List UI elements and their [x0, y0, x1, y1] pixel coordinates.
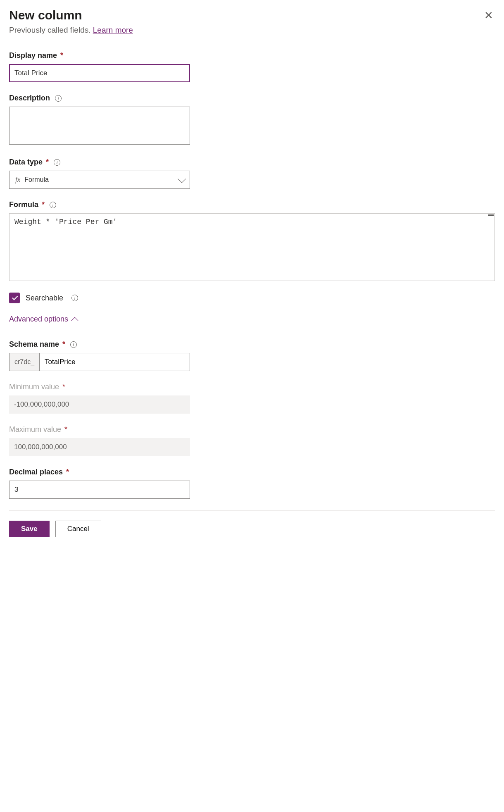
fx-icon: fx	[15, 176, 20, 184]
schema-name-input[interactable]	[40, 353, 190, 371]
close-button[interactable]: ✕	[483, 8, 495, 22]
subtitle-text: Previously called fields.	[9, 26, 93, 34]
minimum-value-label: Minimum value*	[9, 383, 495, 391]
info-icon[interactable]: i	[54, 159, 60, 166]
formula-content: Weight * 'Price Per Gm'	[14, 218, 490, 226]
advanced-options-toggle[interactable]: Advanced options	[9, 315, 495, 324]
maximum-value-label: Maximum value*	[9, 425, 495, 434]
maximum-value-input	[9, 438, 190, 456]
data-type-label: Data type* i	[9, 158, 495, 167]
decimal-places-input[interactable]	[9, 481, 190, 499]
searchable-checkbox[interactable]	[9, 293, 20, 303]
info-icon[interactable]: i	[55, 95, 62, 102]
cancel-button[interactable]: Cancel	[55, 521, 101, 537]
data-type-select[interactable]: fx Formula	[9, 171, 190, 189]
schema-name-label: Schema name* i	[9, 340, 495, 349]
display-name-input[interactable]	[9, 64, 190, 82]
scrollbar-indicator	[488, 214, 494, 216]
info-icon[interactable]: i	[50, 202, 56, 208]
chevron-up-icon	[71, 317, 78, 324]
checkmark-icon	[12, 294, 18, 300]
schema-name-input-group: cr7dc_	[9, 353, 190, 371]
chevron-down-icon	[178, 175, 186, 183]
formula-label: Formula* i	[9, 200, 495, 209]
save-button[interactable]: Save	[9, 521, 50, 537]
footer: Save Cancel	[9, 510, 495, 537]
formula-editor[interactable]: Weight * 'Price Per Gm'	[9, 213, 495, 281]
description-input[interactable]	[9, 107, 190, 145]
display-name-label: Display name*	[9, 51, 495, 60]
learn-more-link[interactable]: Learn more	[93, 26, 133, 34]
decimal-places-label: Decimal places*	[9, 468, 495, 476]
info-icon[interactable]: i	[70, 341, 77, 348]
minimum-value-input	[9, 395, 190, 414]
searchable-label: Searchable	[26, 294, 63, 302]
info-icon[interactable]: i	[71, 295, 78, 301]
data-type-value: Formula	[24, 176, 49, 183]
panel-subtitle: Previously called fields. Learn more	[9, 26, 495, 35]
schema-prefix: cr7dc_	[10, 353, 40, 371]
panel-title: New column	[9, 8, 82, 22]
description-label: Description i	[9, 94, 495, 102]
